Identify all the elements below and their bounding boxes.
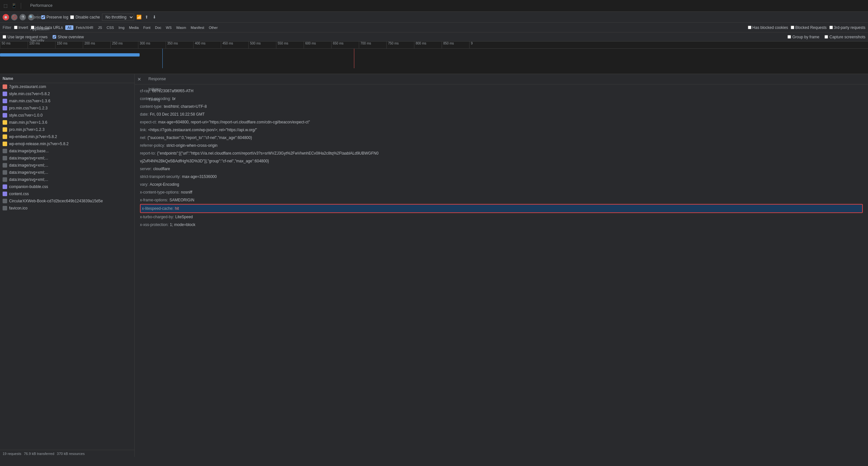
header-row: x-xss-protection: 1; mode=block — [140, 221, 863, 228]
name-header: Name — [0, 74, 134, 83]
header-value: Accept-Encoding — [150, 182, 179, 187]
header-row: server: cloudflare — [140, 165, 863, 173]
header-row: expect-ct: max-age=604800, report-uri="h… — [140, 118, 863, 126]
css-icon — [3, 113, 7, 118]
group-by-frame-label: Group by frame — [792, 35, 819, 39]
list-item[interactable]: data:image/svg+xml;... — [0, 169, 134, 176]
preserve-log-checkbox[interactable]: Preserve log — [41, 15, 68, 20]
filter-type-wasm[interactable]: Wasm — [175, 25, 188, 30]
filter-type-manifest[interactable]: Manifest — [189, 25, 206, 30]
filter-row: Filter Invert Hide data URLs AllFetch/XH… — [0, 23, 868, 32]
filter-type-js[interactable]: JS — [96, 25, 104, 30]
top-tab-bar: ⬚ 📱 ElementsConsoleSourcesNetworkPerform… — [0, 0, 868, 12]
request-list[interactable]: 7gols.zestaurant.comstyle.min.css?ver=5.… — [0, 83, 134, 450]
timeline-bar-area — [0, 49, 868, 68]
show-overview-checkbox[interactable]: Show overview — [53, 35, 84, 39]
disable-cache-checkbox[interactable]: Disable cache — [70, 15, 100, 20]
list-item[interactable]: 7gols.zestaurant.com — [0, 83, 134, 90]
list-item[interactable]: data:image/svg+xml;... — [0, 176, 134, 183]
html-icon — [3, 85, 7, 89]
status-bar: 19 requests 76.9 kB transferred 370 kB r… — [0, 450, 134, 457]
filter-type-css[interactable]: CSS — [104, 25, 116, 30]
hide-data-urls-label: Hide data URLs — [35, 25, 63, 30]
timeline-tick: 800 ms — [414, 41, 442, 49]
timeline-tick: 650 ms — [331, 41, 359, 49]
header-row: content-type: text/html; charset=UTF-8 — [140, 103, 863, 111]
list-item-name: content.css — [9, 192, 29, 196]
list-item[interactable]: wp-emoji-release.min.js?ver=5.8.2 — [0, 140, 134, 148]
upload-icon[interactable]: ⬆ — [144, 14, 150, 20]
clear-btn[interactable]: 🚫 — [11, 14, 18, 21]
timeline-tick: 500 ms — [248, 41, 276, 49]
group-by-frame-checkbox[interactable]: Group by frame — [787, 35, 819, 39]
close-detail-btn[interactable]: ✕ — [136, 76, 143, 83]
header-row: x-content-type-options: nosniff — [140, 188, 863, 196]
css-icon — [3, 106, 7, 111]
large-rows-checkbox[interactable]: Use large request rows — [3, 35, 48, 39]
filter-type-doc[interactable]: Doc — [153, 25, 163, 30]
timeline-tick: 300 ms — [138, 41, 165, 49]
network-bar — [0, 53, 140, 57]
list-item[interactable]: content.css — [0, 190, 134, 197]
list-item-name: wp-emoji-release.min.js?ver=5.8.2 — [9, 142, 68, 146]
filter-label: Filter — [3, 25, 11, 30]
search-icon[interactable]: 🔍 — [28, 14, 34, 21]
header-value: cloudflare — [153, 166, 170, 172]
filter-type-fetch/xhr[interactable]: Fetch/XHR — [74, 25, 95, 30]
list-item[interactable]: style.min.css?ver=5.8.2 — [0, 90, 134, 97]
timeline-tick: 550 ms — [276, 41, 304, 49]
throttle-select[interactable]: No throttling — [102, 13, 134, 21]
capture-screenshots-checkbox[interactable]: Capture screenshots — [825, 35, 865, 39]
header-key: referrer-policy: — [140, 143, 165, 148]
hide-data-urls-checkbox[interactable]: Hide data URLs — [31, 25, 63, 30]
inspect-icon[interactable]: ⬚ — [3, 3, 8, 9]
timeline-tick: 100 ms — [28, 41, 55, 49]
filter-type-img[interactable]: Img — [117, 25, 126, 30]
invert-checkbox[interactable]: Invert — [14, 25, 28, 30]
list-item[interactable]: style.css?ver=1.0.0 — [0, 112, 134, 119]
list-item[interactable]: pro.min.js?ver=1.2.3 — [0, 126, 134, 133]
list-item-name: data:image/png;base... — [9, 149, 49, 153]
invert-label: Invert — [19, 25, 28, 30]
js-icon — [3, 127, 7, 132]
timeline-cursor-red — [354, 49, 354, 68]
list-item[interactable]: wp-embed.min.js?ver=5.8.2 — [0, 133, 134, 140]
list-item[interactable]: data:image/svg+xml;... — [0, 162, 134, 169]
list-item[interactable]: main.min.js?ver=1.3.6 — [0, 119, 134, 126]
js-icon — [3, 120, 7, 125]
third-party-checkbox[interactable]: 3rd-party requests — [829, 25, 865, 30]
detail-tab-response[interactable]: Response — [144, 74, 170, 85]
has-blocked-cookies-checkbox[interactable]: Has blocked cookies — [748, 25, 788, 30]
wifi-icon[interactable]: 📶 — [136, 14, 142, 20]
timeline-tick: 850 ms — [442, 41, 469, 49]
img-icon — [3, 206, 7, 211]
img-icon — [3, 149, 7, 153]
options-right: Group by frame Capture screenshots — [787, 35, 865, 39]
list-item[interactable]: pro.min.css?ver=1.2.3 — [0, 104, 134, 112]
record-btn[interactable]: ⏺ — [3, 14, 9, 21]
img-icon — [3, 170, 7, 175]
header-value: SAMEORIGIN — [169, 197, 194, 203]
device-icon[interactable]: 📱 — [11, 3, 17, 9]
header-row: referrer-policy: strict-origin-when-cros… — [140, 142, 863, 149]
list-item[interactable]: CircularXXWeb-Book-cd7d2bcec649b1243839a… — [0, 197, 134, 205]
timeline-tick: 750 ms — [386, 41, 414, 49]
list-item[interactable]: data:image/svg+xml;... — [0, 155, 134, 162]
capture-screenshots-label: Capture screenshots — [829, 35, 865, 39]
detail-tabs: ✕ HeadersPreviewResponseInitiatorTiming — [135, 74, 868, 85]
list-item[interactable]: companion-bubble.css — [0, 183, 134, 190]
download-icon[interactable]: ⬇ — [152, 14, 157, 20]
filter-type-all[interactable]: All — [65, 25, 73, 30]
filter-type-other[interactable]: Other — [207, 25, 220, 30]
filter-type-ws[interactable]: WS — [164, 25, 174, 30]
list-item[interactable]: data:image/png;base... — [0, 148, 134, 155]
list-item[interactable]: main.min.css?ver=1.3.6 — [0, 97, 134, 104]
top-tab-performance[interactable]: Performance — [25, 0, 58, 12]
header-row: date: Fri, 03 Dec 2021 16:22:58 GMT — [140, 111, 863, 118]
blocked-requests-checkbox[interactable]: Blocked Requests — [791, 25, 827, 30]
filter-type-font[interactable]: Font — [141, 25, 152, 30]
list-item[interactable]: favicon.ico — [0, 205, 134, 212]
list-item-name: wp-embed.min.js?ver=5.8.2 — [9, 134, 57, 139]
filter-type-media[interactable]: Media — [127, 25, 141, 30]
filter-icon[interactable]: ⚗ — [20, 14, 26, 21]
